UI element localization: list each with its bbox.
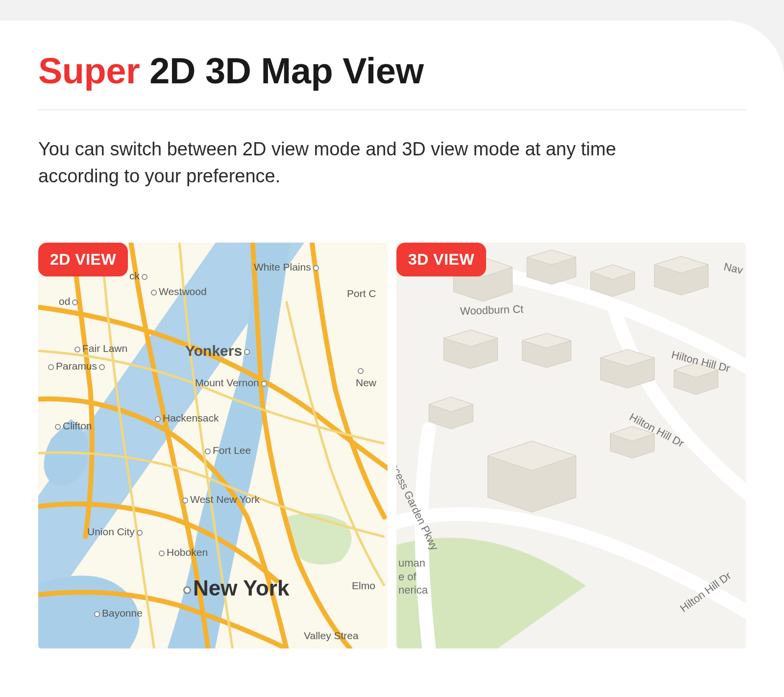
city-label: Clifton — [53, 420, 92, 432]
city-label: Paramus — [46, 360, 107, 372]
city-label: Fair Lawn — [73, 343, 127, 354]
city-label: Fort Lee — [203, 445, 251, 456]
city-label: ck — [129, 270, 149, 282]
maps-row: 2D VIEW — [38, 243, 746, 648]
map-3d-illustration — [396, 243, 746, 648]
map-panel-2d: 2D VIEW — [38, 243, 388, 648]
city-label-main: New York — [181, 576, 289, 600]
city-label: Union City — [87, 526, 145, 538]
city-label: Elmo — [352, 580, 375, 592]
section-description: You can switch between 2D view mode and … — [38, 136, 690, 190]
title-accent: Super — [38, 50, 140, 91]
city-label: Mount Vernon — [195, 377, 269, 389]
divider — [38, 109, 746, 110]
city-label: Hackensack — [153, 412, 219, 424]
city-label: Yonkers — [185, 343, 252, 359]
city-label: White Plains — [254, 261, 321, 273]
map-panel-3d: 3D VIEW — [396, 243, 746, 648]
city-label: Westwood — [149, 286, 207, 298]
section-title: Super 2D 3D Map View — [38, 50, 746, 92]
city-label: Port C — [347, 288, 376, 299]
city-label: od — [59, 296, 80, 307]
feature-card: Super 2D 3D Map View You can switch betw… — [0, 21, 784, 697]
badge-3d-view: 3D VIEW — [396, 243, 486, 276]
city-label: West New York — [180, 494, 260, 505]
title-rest: 2D 3D Map View — [140, 50, 423, 91]
street-label: Woodburn Ct — [460, 303, 524, 318]
city-label: Hoboken — [157, 547, 208, 558]
city-label: New — [356, 368, 376, 389]
city-label: Bayonne — [92, 607, 143, 619]
badge-2d-view: 2D VIEW — [38, 243, 128, 276]
street-label: uman e of nerica — [398, 556, 428, 597]
city-label: Valley Strea — [304, 630, 359, 642]
